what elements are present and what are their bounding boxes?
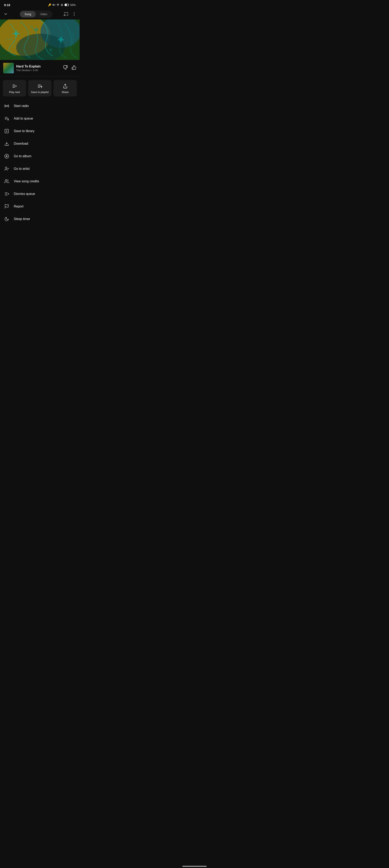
add-to-queue-label: Add to queue — [14, 117, 33, 120]
thumbs-up-icon — [71, 65, 76, 70]
song-details: Hard To Explain The Strokes • 3:45 — [16, 65, 63, 72]
queue-music-icon — [4, 116, 9, 121]
play-next-label: Play next — [9, 91, 20, 94]
svg-marker-18 — [15, 85, 17, 87]
song-thumbnail — [3, 63, 14, 73]
nav-right-icons — [64, 12, 76, 17]
report-label: Report — [14, 205, 24, 208]
svg-point-10 — [74, 15, 74, 16]
play-next-icon — [12, 84, 17, 89]
song-title: Hard To Explain — [16, 65, 63, 68]
top-nav: Song Video — [0, 9, 79, 20]
share-button[interactable]: Share — [54, 80, 77, 96]
like-button[interactable] — [71, 65, 76, 71]
battery-icon — [65, 4, 69, 6]
album-icon — [4, 154, 9, 159]
mute-icon — [53, 3, 55, 6]
view-credits-label: View song credits — [14, 180, 39, 183]
thumbs-down-icon — [63, 65, 68, 70]
battery-percentage: 52% — [70, 3, 75, 6]
svg-point-8 — [74, 12, 74, 13]
dismiss-queue-item[interactable]: Dismiss queue — [0, 188, 79, 200]
download-item[interactable]: Download — [0, 137, 79, 150]
song-meta: The Strokes • 3:45 — [16, 69, 63, 72]
menu-list: Start radio Add to queue Save to library — [0, 100, 79, 231]
dismiss-queue-icon — [4, 191, 9, 196]
more-vertical-icon — [72, 12, 76, 16]
song-info-bar: Hard To Explain The Strokes • 3:45 — [0, 60, 79, 76]
svg-marker-0 — [53, 4, 54, 6]
start-radio-item[interactable]: Start radio — [0, 100, 79, 112]
library-add-icon — [4, 128, 9, 134]
svg-point-37 — [5, 167, 7, 168]
dismiss-queue-label: Dismiss queue — [14, 192, 35, 196]
airplane-icon — [61, 3, 63, 6]
status-icons: 🔑 52% — [48, 3, 75, 6]
svg-point-9 — [74, 13, 74, 14]
status-time: 9:18 — [4, 3, 10, 7]
share-icon — [63, 84, 68, 89]
go-to-album-item[interactable]: Go to album — [0, 150, 79, 162]
status-bar: 9:18 🔑 52% — [0, 0, 79, 9]
wifi-icon — [57, 3, 59, 6]
album-art — [0, 20, 79, 60]
collapse-button[interactable] — [3, 11, 8, 17]
save-to-library-label: Save to library — [14, 129, 34, 133]
art-decoration — [0, 20, 79, 60]
radio-icon — [4, 103, 9, 108]
song-rating — [63, 65, 76, 71]
svg-rect-6 — [65, 4, 67, 6]
view-credits-item[interactable]: View song credits — [0, 175, 79, 188]
download-icon — [4, 141, 9, 146]
save-playlist-label: Save to playlist — [31, 91, 48, 94]
song-tab[interactable]: Song — [20, 11, 36, 18]
add-to-queue-item[interactable]: Add to queue — [0, 112, 79, 125]
svg-point-7 — [64, 15, 65, 16]
save-to-library-item[interactable]: Save to library — [0, 125, 79, 137]
go-to-artist-label: Go to artist — [14, 167, 30, 170]
report-item[interactable]: Report — [0, 200, 79, 213]
album-art-background — [0, 20, 79, 60]
sleep-timer-label: Sleep timer — [14, 217, 30, 221]
svg-point-40 — [5, 180, 7, 181]
save-to-playlist-button[interactable]: Save to playlist — [28, 80, 52, 96]
flag-icon — [4, 204, 9, 209]
go-to-artist-item[interactable]: Go to artist — [0, 162, 79, 175]
view-toggle: Song Video — [20, 10, 52, 18]
sleep-timer-item[interactable]: Sleep timer — [0, 213, 79, 225]
chevron-down-icon — [3, 11, 8, 17]
play-next-button[interactable]: Play next — [3, 80, 26, 96]
start-radio-label: Start radio — [14, 104, 29, 108]
credits-icon — [4, 179, 9, 184]
more-options-button[interactable] — [72, 12, 76, 17]
video-tab[interactable]: Video — [36, 11, 52, 18]
share-label: Share — [62, 91, 69, 94]
cast-icon — [64, 12, 68, 16]
svg-point-29 — [7, 119, 9, 120]
dislike-button[interactable] — [63, 65, 68, 71]
svg-rect-5 — [69, 4, 69, 5]
svg-line-48 — [7, 219, 7, 220]
artist-icon — [4, 166, 9, 172]
svg-point-36 — [6, 156, 7, 156]
download-label: Download — [14, 142, 28, 146]
go-to-album-label: Go to album — [14, 154, 31, 158]
save-playlist-icon — [37, 84, 42, 89]
sleep-timer-icon — [4, 216, 9, 222]
svg-point-25 — [6, 105, 7, 106]
key-icon: 🔑 — [48, 3, 51, 6]
action-buttons-row: Play next Save to playlist Share — [0, 76, 79, 98]
cast-button[interactable] — [64, 12, 68, 17]
